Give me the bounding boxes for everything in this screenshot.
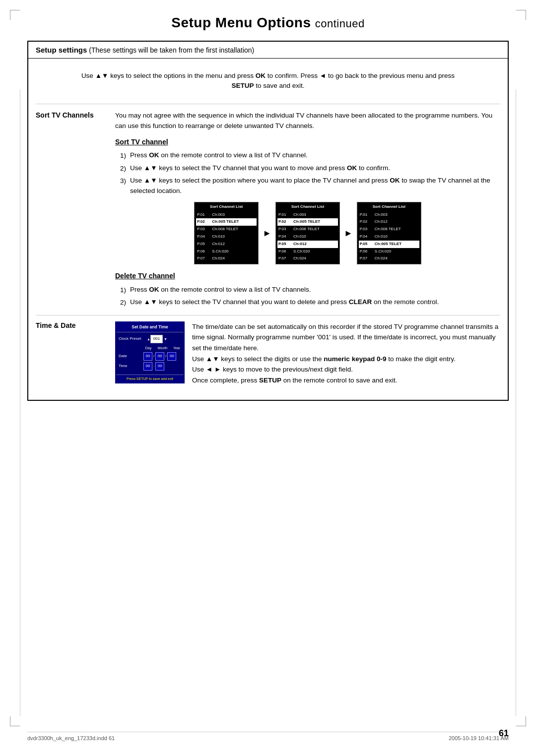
channel-list-3-title: Sort Channel List [359, 204, 419, 210]
content-area: Use ▲▼ keys to select the options in the… [28, 59, 508, 400]
corner-mark-tr [516, 10, 526, 20]
year-label: Year [172, 345, 182, 351]
delete-step-1: 1) Press OK on the remote control to vie… [115, 285, 500, 296]
page-title-text: Setup Menu Options [171, 15, 311, 30]
ch-row: P.06S.Ch:020 [196, 248, 257, 255]
instruction-box: Use ▲▼ keys to select the options in the… [36, 66, 500, 96]
channel-list-1-title: Sort Channel List [196, 204, 257, 210]
minute-value: 00 [155, 362, 164, 371]
ch-row: P.06S.Ch:020 [277, 248, 338, 255]
ch-row: P.03Ch:008 TELET [277, 226, 338, 233]
sort-tv-channels-section: Sort TV Channels You may not agree with … [36, 104, 500, 310]
sort-tv-channels-content: You may not agree with the sequence in w… [115, 110, 500, 310]
widget-footer: Press SETUP to save and exit [116, 375, 184, 382]
sort-step-3: 3) Use ▲▼ keys to select the position wh… [115, 176, 500, 196]
ch-row: P.01Ch:003 [359, 211, 419, 219]
widget-body: Clock Preset ▲ 001 ▼ Day Month Year [116, 332, 184, 375]
channel-list-2: Sort Channel List P.01Ch:003 P.02Ch:005 … [275, 202, 340, 264]
main-content-box: Setup settings (These settings will be t… [27, 41, 509, 401]
date-fields: Date 00 / 00 / 00 [119, 352, 181, 361]
delete-tv-channel-subheading: Delete TV channel [115, 270, 500, 281]
arrow-right-2: ► [344, 226, 353, 241]
page-title: Setup Menu Options continued [0, 0, 536, 41]
ch-row: P.07Ch:024 [277, 255, 338, 262]
side-line-left [20, 89, 20, 716]
ch-row: P.07Ch:024 [196, 255, 257, 262]
channel-list-3: Sort Channel List P.01Ch:003 P.02Ch:012 … [357, 202, 421, 264]
setup-settings-bold: Setup settings [36, 46, 87, 54]
instruction-line1: Use ▲▼ keys to select the options in the… [75, 71, 461, 91]
time-date-section: Time & Date Set Date and Time Clock Pres… [36, 315, 500, 387]
ch-row: P.07Ch:024 [359, 255, 419, 262]
ch-row: P.03Ch:008 TELET [196, 226, 257, 233]
time-fields: Time 00 : 00 [119, 362, 181, 371]
ch-row-highlight: P.02Ch:005 TELET [277, 218, 338, 226]
sort-tv-channel-subheading: Sort TV channel [115, 136, 500, 147]
arrow-right-1: ► [263, 226, 271, 241]
time-label: Time [119, 363, 143, 370]
ch-row-highlight2: P.05Ch:012 [277, 241, 338, 248]
delete-step-2: 2) Use ▲▼ keys to select the TV channel … [115, 297, 500, 308]
sort-step-1: 1) Press OK on the remote control to vie… [115, 150, 500, 161]
ch-row: P.04Ch:010 [359, 233, 419, 241]
clock-preset-label: Clock Preset [119, 336, 146, 342]
sort-step-2: 2) Use ▲▼ keys to select the TV channel … [115, 163, 500, 174]
ch-row: P.03Ch:008 TELET [359, 226, 419, 233]
corner-mark-br [516, 716, 526, 726]
day-value: 00 [143, 352, 152, 361]
month-label: Month [156, 345, 169, 351]
clock-preset-value: 001 [150, 335, 163, 343]
footer-left: dvdr3300h_uk_eng_17233d.indd 61 [27, 735, 115, 741]
ch-row: P.04Ch:010 [196, 233, 257, 241]
corner-mark-tl [10, 10, 20, 20]
channel-list-screenshots: Sort Channel List P.01Ch:003 P.02Ch:005 … [115, 202, 500, 264]
continued: continued [315, 17, 365, 30]
day-label: Day [143, 345, 153, 351]
hour-value: 00 [143, 362, 152, 371]
ch-row: P.01Ch:003 [196, 211, 257, 219]
ch-row-highlight: P.05Ch:005 TELET [359, 241, 419, 248]
page-footer: dvdr3300h_uk_eng_17233d.indd 61 2005-10-… [27, 732, 509, 741]
date-label: Date [119, 353, 143, 360]
time-date-label: Time & Date [36, 321, 115, 387]
ch-row: P.04Ch:010 [277, 233, 338, 241]
sort-tv-channels-label: Sort TV Channels [36, 110, 115, 310]
ch-row: P.01Ch:003 [277, 211, 338, 219]
ch-row: P.02Ch:012 [359, 218, 419, 226]
widget-header: Set Date and Time [116, 322, 184, 333]
sort-intro-text: You may not agree with the sequence in w… [115, 110, 500, 131]
time-date-content: Set Date and Time Clock Preset ▲ 001 ▼ [115, 321, 500, 387]
up-arrow: ▲ [147, 336, 150, 342]
side-line-right [516, 89, 516, 716]
ch-row-highlight: P.02Ch:005 TELET [196, 218, 257, 226]
setup-settings-header: Setup settings (These settings will be t… [28, 42, 508, 59]
setup-settings-normal: (These settings will be taken from the f… [89, 46, 254, 54]
ch-row: P.06S.Ch:020 [359, 248, 419, 255]
clock-preset-row: Clock Preset ▲ 001 ▼ [119, 335, 181, 343]
channel-list-1: Sort Channel List P.01Ch:003 P.02Ch:005 … [194, 202, 259, 264]
ch-row: P.05Ch:012 [196, 241, 257, 248]
channel-list-2-title: Sort Channel List [277, 204, 338, 210]
month-value: 00 [155, 352, 164, 361]
down-arrow: ▼ [164, 336, 167, 342]
date-time-widget: Set Date and Time Clock Preset ▲ 001 ▼ [115, 321, 185, 383]
page-number: 61 [499, 728, 509, 739]
year-value: 00 [167, 352, 176, 361]
corner-mark-bl [10, 716, 20, 726]
date-fields-labels: Day Month Year [119, 345, 181, 351]
